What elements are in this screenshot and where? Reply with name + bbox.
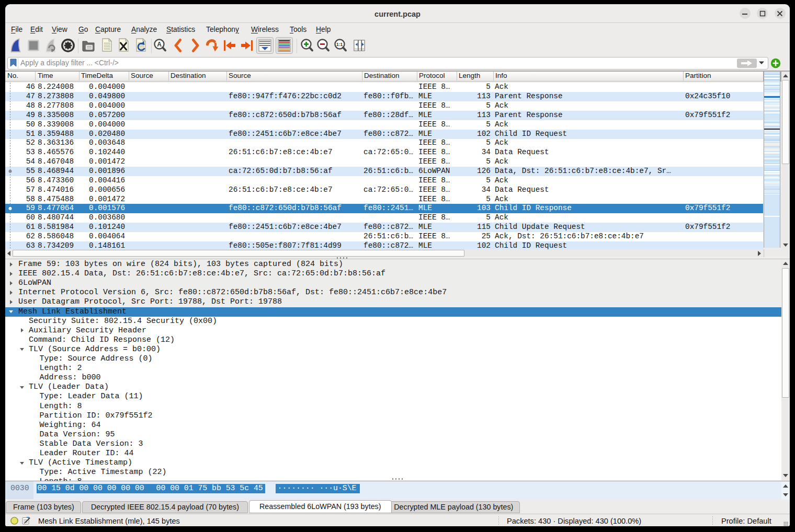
svg-text:0101: 0101: [104, 48, 110, 51]
svg-text:1:1: 1:1: [336, 42, 343, 47]
svg-text:A: A: [157, 41, 162, 48]
